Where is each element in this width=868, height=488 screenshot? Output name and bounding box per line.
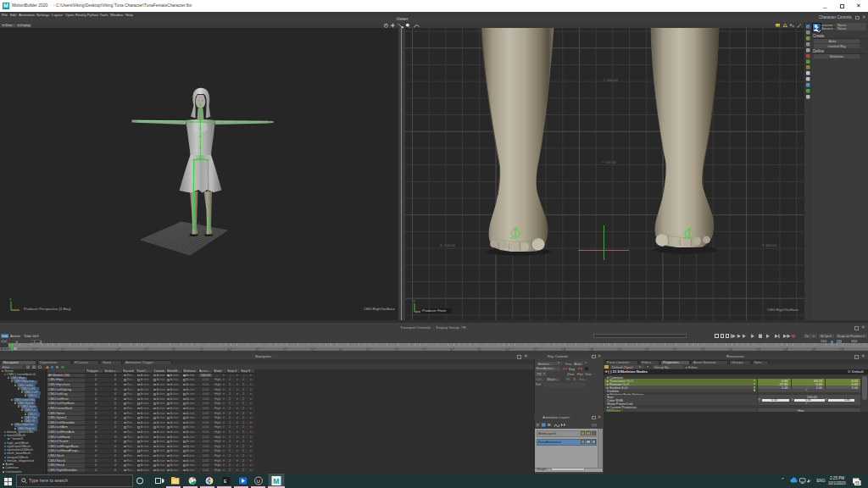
svg-text:Y: Y (9, 297, 12, 302)
svg-text:Y 200.00: Y 200.00 (604, 78, 618, 82)
svg-text:U: U (257, 479, 260, 484)
svg-text:Y: Y (413, 299, 415, 303)
svg-text:X 200.00: X 200.00 (762, 243, 776, 247)
svg-text:Key: Key (569, 367, 575, 371)
svg-text:X -100.00: X -100.00 (440, 243, 456, 247)
svg-text:55: 55 (855, 481, 860, 485)
svg-text:M: M (273, 477, 279, 485)
svg-text:Y 100.00: Y 100.00 (602, 160, 616, 164)
